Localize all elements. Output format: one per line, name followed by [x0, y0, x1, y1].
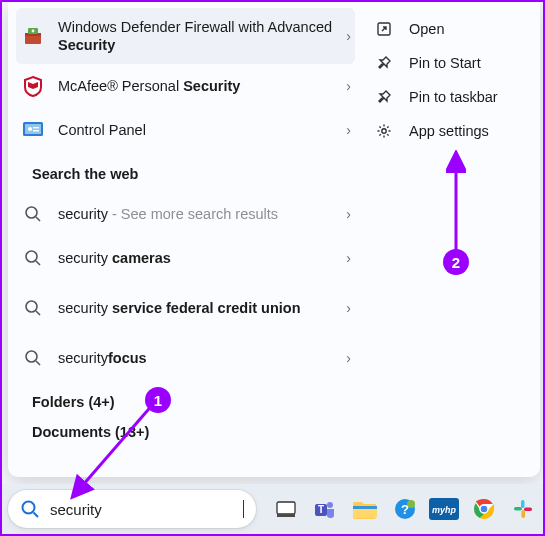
- svg-rect-8: [33, 130, 39, 131]
- result-label: securityfocus: [58, 349, 346, 367]
- result-control-panel[interactable]: Control Panel ›: [8, 108, 363, 152]
- result-label: security - See more search results: [58, 205, 346, 223]
- open-icon: [375, 20, 393, 38]
- heading-documents[interactable]: Documents (13+): [8, 420, 363, 450]
- svg-point-18: [382, 129, 386, 133]
- firewall-icon: [22, 25, 44, 47]
- web-result-focus[interactable]: securityfocus ›: [8, 336, 363, 380]
- svg-rect-22: [277, 514, 295, 517]
- search-icon: [20, 499, 40, 519]
- svg-line-14: [36, 311, 40, 315]
- svg-line-16: [36, 361, 40, 365]
- taskbar-chrome[interactable]: [466, 489, 502, 529]
- svg-line-10: [36, 217, 40, 221]
- taskbar: T ? myhp: [2, 484, 543, 534]
- svg-line-12: [36, 261, 40, 265]
- taskbar-help[interactable]: ?: [387, 489, 423, 529]
- text-cursor: [243, 500, 244, 518]
- screenshot-frame: Windows Defender Firewall with Advanced …: [0, 0, 545, 536]
- start-search-panel: Windows Defender Firewall with Advanced …: [8, 2, 540, 477]
- svg-rect-36: [521, 500, 525, 508]
- svg-point-25: [327, 502, 333, 508]
- pin-icon: [375, 54, 393, 72]
- result-label: security service federal credit union: [58, 299, 346, 317]
- search-input[interactable]: [48, 500, 242, 519]
- context-label: Pin to Start: [409, 55, 481, 71]
- results-column: Windows Defender Firewall with Advanced …: [8, 2, 363, 477]
- context-column: Open Pin to Start Pin to taskbar App set…: [363, 2, 540, 477]
- svg-rect-27: [353, 506, 377, 509]
- svg-rect-39: [524, 508, 532, 512]
- svg-point-6: [28, 127, 32, 131]
- context-pin-taskbar[interactable]: Pin to taskbar: [375, 80, 530, 114]
- svg-point-9: [26, 207, 37, 218]
- svg-point-3: [32, 30, 35, 33]
- chevron-right-icon: ›: [346, 250, 351, 266]
- svg-text:T: T: [318, 504, 324, 515]
- svg-rect-21: [277, 502, 295, 514]
- taskbar-slack[interactable]: [505, 489, 541, 529]
- result-label: Windows Defender Firewall with Advanced …: [58, 18, 346, 54]
- context-label: Open: [409, 21, 444, 37]
- taskbar-teams[interactable]: T: [308, 489, 344, 529]
- pin-icon: [375, 88, 393, 106]
- svg-line-20: [34, 513, 39, 518]
- annotation-badge-1: 1: [145, 387, 171, 413]
- gear-icon: [375, 122, 393, 140]
- svg-point-19: [23, 502, 35, 514]
- svg-point-15: [26, 351, 37, 362]
- search-icon: [22, 203, 44, 225]
- result-mcafee[interactable]: McAfee® Personal Security ›: [8, 64, 363, 108]
- search-icon: [22, 347, 44, 369]
- web-result-cameras[interactable]: security cameras ›: [8, 236, 363, 280]
- chevron-right-icon: ›: [346, 206, 351, 222]
- svg-rect-7: [33, 127, 39, 128]
- taskbar-myhp[interactable]: myhp: [426, 489, 462, 529]
- taskbar-explorer[interactable]: [347, 489, 383, 529]
- search-icon: [22, 297, 44, 319]
- result-defender-firewall[interactable]: Windows Defender Firewall with Advanced …: [16, 8, 355, 64]
- result-label: Control Panel: [58, 121, 346, 139]
- chevron-right-icon: ›: [346, 28, 351, 44]
- context-open[interactable]: Open: [375, 12, 530, 46]
- control-panel-icon: [22, 119, 44, 141]
- svg-text:myhp: myhp: [432, 505, 457, 515]
- heading-search-web: Search the web: [8, 152, 363, 192]
- search-icon: [22, 247, 44, 269]
- web-result-credit-union[interactable]: security service federal credit union ›: [8, 280, 363, 336]
- result-label: McAfee® Personal Security: [58, 77, 346, 95]
- svg-rect-5: [25, 124, 41, 134]
- taskbar-search-box[interactable]: [8, 490, 256, 528]
- web-result-security[interactable]: security - See more search results ›: [8, 192, 363, 236]
- chevron-right-icon: ›: [346, 122, 351, 138]
- chevron-right-icon: ›: [346, 78, 351, 94]
- chevron-right-icon: ›: [346, 300, 351, 316]
- svg-point-11: [26, 251, 37, 262]
- annotation-badge-2: 2: [443, 249, 469, 275]
- result-label: security cameras: [58, 249, 346, 267]
- context-label: Pin to taskbar: [409, 89, 498, 105]
- svg-rect-38: [522, 510, 526, 518]
- taskbar-taskview[interactable]: [268, 489, 304, 529]
- svg-point-13: [26, 301, 37, 312]
- chevron-right-icon: ›: [346, 350, 351, 366]
- svg-rect-37: [514, 507, 522, 511]
- context-pin-start[interactable]: Pin to Start: [375, 46, 530, 80]
- context-label: App settings: [409, 123, 489, 139]
- context-app-settings[interactable]: App settings: [375, 114, 530, 148]
- svg-text:?: ?: [401, 502, 409, 517]
- mcafee-icon: [22, 75, 44, 97]
- heading-folders[interactable]: Folders (4+): [8, 380, 363, 420]
